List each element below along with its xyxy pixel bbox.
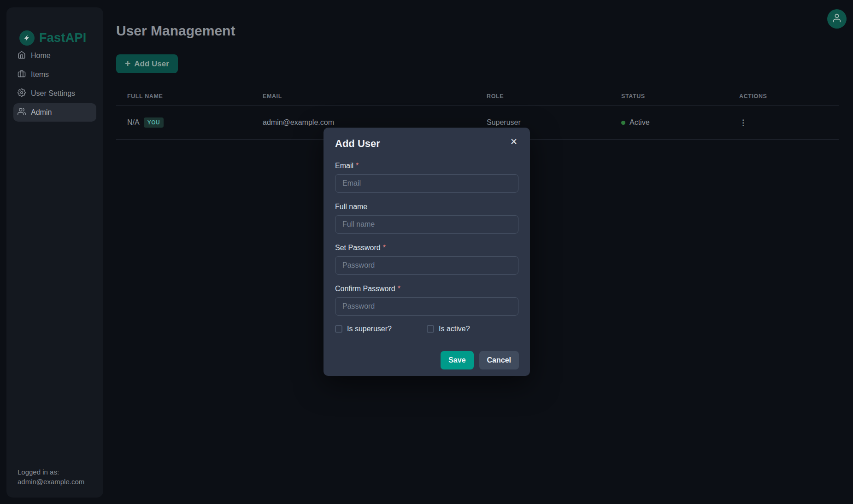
status-dot-icon — [621, 121, 625, 125]
required-asterisk: * — [398, 285, 400, 293]
set-password-label: Set Password * — [335, 244, 518, 252]
users-icon — [18, 107, 26, 117]
column-header-actions: ACTIONS — [728, 93, 839, 100]
column-header-email: EMAIL — [252, 93, 476, 100]
cell-actions: ⋮ — [728, 118, 839, 128]
save-button[interactable]: Save — [441, 351, 473, 369]
sidebar-item-label: Admin — [31, 108, 52, 117]
sidebar: FastAPI Home Items User Settings Admin L… — [6, 7, 103, 498]
modal-title: Add User — [335, 138, 518, 150]
column-header-status: STATUS — [610, 93, 728, 100]
plus-icon: + — [125, 59, 130, 68]
ellipsis-menu-icon[interactable]: ⋮ — [739, 118, 747, 128]
cancel-button[interactable]: Cancel — [479, 351, 519, 369]
sidebar-item-user-settings[interactable]: User Settings — [13, 84, 96, 103]
status-value: Active — [629, 118, 650, 127]
is-superuser-checkbox[interactable]: Is superuser? — [335, 325, 427, 333]
add-user-label: Add User — [134, 59, 169, 69]
email-field[interactable] — [335, 174, 518, 193]
sidebar-nav: Home Items User Settings Admin — [13, 47, 96, 122]
is-active-checkbox[interactable]: Is active? — [427, 325, 518, 333]
page-title: User Management — [116, 23, 235, 39]
cell-email: admin@example.com — [252, 118, 476, 127]
checkbox-icon — [427, 325, 434, 333]
cell-full-name: N/A YOU — [116, 117, 252, 128]
modal-buttons: Save Cancel — [441, 351, 519, 369]
checkbox-row: Is superuser? Is active? — [335, 325, 518, 333]
required-asterisk: * — [383, 244, 386, 252]
logged-in-info: Logged in as: admin@example.com — [18, 467, 84, 486]
checkbox-icon — [335, 325, 342, 333]
cell-role: Superuser — [476, 118, 610, 127]
lightning-bolt-icon — [19, 30, 35, 46]
sidebar-item-items[interactable]: Items — [13, 65, 96, 84]
brand-name: FastAPI — [39, 31, 87, 45]
sidebar-item-admin[interactable]: Admin — [13, 103, 96, 122]
logged-in-label: Logged in as: — [18, 467, 84, 477]
required-asterisk: * — [356, 162, 359, 170]
gear-icon — [18, 88, 26, 99]
home-icon — [18, 51, 26, 61]
close-icon[interactable]: ✕ — [507, 135, 521, 148]
user-icon — [832, 13, 842, 25]
user-menu-button[interactable] — [827, 9, 847, 29]
full-name-value: N/A — [127, 118, 140, 127]
column-header-role: ROLE — [476, 93, 610, 100]
sidebar-item-label: Home — [31, 52, 51, 60]
add-user-button[interactable]: + Add User — [116, 54, 178, 73]
you-badge: YOU — [144, 117, 164, 128]
cell-status: Active — [610, 118, 728, 127]
confirm-password-label: Confirm Password * — [335, 285, 518, 293]
sidebar-item-home[interactable]: Home — [13, 47, 96, 65]
confirm-password-field[interactable] — [335, 297, 518, 316]
full-name-label: Full name — [335, 203, 518, 211]
full-name-field[interactable] — [335, 215, 518, 234]
briefcase-icon — [18, 70, 26, 80]
add-user-modal: ✕ Add User Email * Full name Set Passwor… — [324, 128, 530, 376]
logged-in-email: admin@example.com — [18, 477, 84, 486]
sidebar-item-label: Items — [31, 70, 49, 79]
set-password-field[interactable] — [335, 256, 518, 275]
fastapi-logo[interactable]: FastAPI — [19, 30, 87, 46]
sidebar-item-label: User Settings — [31, 89, 75, 98]
column-header-full-name: FULL NAME — [116, 93, 252, 100]
email-label: Email * — [335, 162, 518, 170]
table-header-row: FULL NAME EMAIL ROLE STATUS ACTIONS — [116, 87, 839, 106]
